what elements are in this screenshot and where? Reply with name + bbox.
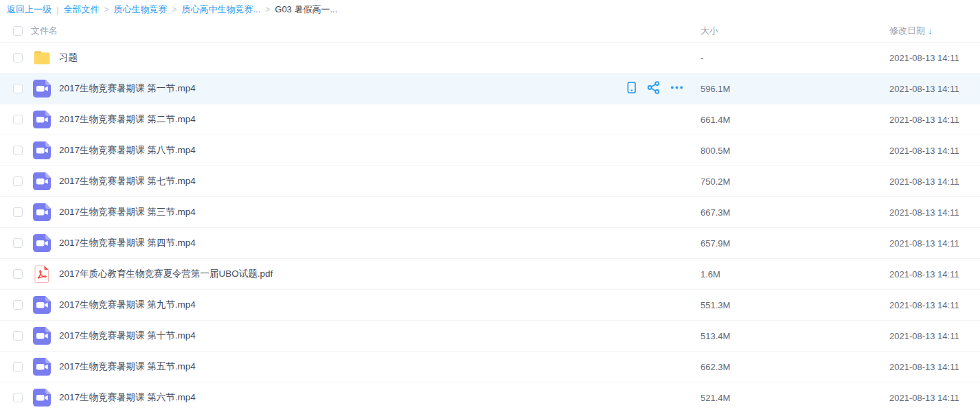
video-file-icon — [33, 296, 51, 314]
file-modified-date: 2021-08-13 14:11 — [889, 176, 980, 187]
table-row[interactable]: 2017生物竞赛暑期课 第十节.mp4513.4M2021-08-13 14:1… — [0, 321, 980, 352]
file-modified-date: 2021-08-13 14:11 — [889, 269, 980, 279]
file-modified-date: 2021-08-13 14:11 — [889, 393, 980, 403]
row-checkbox[interactable] — [13, 115, 23, 124]
breadcrumb-chevron: > — [265, 5, 270, 14]
table-row[interactable]: 2017生物竞赛暑期课 第四节.mp4657.9M2021-08-13 14:1… — [0, 228, 980, 259]
video-file-icon — [33, 80, 51, 98]
video-file-icon — [33, 234, 51, 252]
video-file-icon — [33, 111, 51, 128]
file-name-link[interactable]: 2017生物竞赛暑期课 第九节.mp4 — [59, 299, 618, 311]
breadcrumb-link-all-files[interactable]: 全部文件 — [63, 3, 99, 16]
file-size: 750.2M — [700, 176, 889, 187]
breadcrumb-current-folder: G03 暑假高一... — [275, 3, 337, 16]
file-size: - — [700, 53, 889, 63]
file-name-link[interactable]: 2017生物竞赛暑期课 第二节.mp4 — [59, 113, 618, 126]
send-to-device-icon[interactable] — [626, 80, 637, 97]
file-name-link[interactable]: 2017生物竞赛暑期课 第四节.mp4 — [59, 237, 618, 249]
row-checkbox[interactable] — [13, 146, 23, 155]
breadcrumb-link-folder-2[interactable]: 质心高中生物竞赛... — [181, 3, 260, 16]
row-checkbox[interactable] — [13, 84, 23, 93]
row-hover-actions — [618, 80, 700, 97]
folder-icon — [33, 49, 51, 67]
breadcrumb-link-folder-1[interactable]: 质心生物竞赛 — [113, 3, 167, 16]
folder-name-link[interactable]: 习题 — [59, 52, 618, 64]
column-header-filename[interactable]: 文件名 — [31, 25, 700, 37]
sort-descending-icon[interactable]: ↓ — [928, 25, 933, 36]
file-size: 667.3M — [700, 207, 889, 218]
select-all-checkbox[interactable] — [13, 26, 23, 36]
more-icon[interactable] — [670, 80, 684, 97]
file-modified-date: 2021-08-13 14:11 — [889, 362, 980, 372]
file-size: 657.9M — [700, 238, 889, 249]
breadcrumb-chevron: > — [104, 5, 109, 14]
file-name-link[interactable]: 2017生物竞赛暑期课 第八节.mp4 — [59, 144, 618, 157]
file-name-link[interactable]: 2017生物竞赛暑期课 第三节.mp4 — [59, 206, 618, 218]
video-file-icon — [33, 203, 51, 221]
file-size: 521.4M — [700, 393, 889, 403]
file-size: 513.4M — [700, 331, 889, 341]
file-size: 800.5M — [700, 146, 889, 156]
file-size: 551.3M — [700, 300, 889, 310]
row-checkbox[interactable] — [13, 238, 23, 248]
table-row[interactable]: 2017生物竞赛暑期课 第九节.mp4551.3M2021-08-13 14:1… — [0, 290, 980, 321]
row-checkbox[interactable] — [13, 331, 23, 341]
file-list: 习题-2021-08-13 14:11 2017生物竞赛暑期课 第一节.mp4 … — [0, 43, 980, 412]
table-row[interactable]: 2017生物竞赛暑期课 第六节.mp4521.4M2021-08-13 14:1… — [0, 382, 980, 412]
table-row[interactable]: 2017生物竞赛暑期课 第七节.mp4750.2M2021-08-13 14:1… — [0, 166, 980, 197]
column-header-size[interactable]: 大小 — [700, 25, 889, 37]
table-row[interactable]: 2017生物竞赛暑期课 第八节.mp4800.5M2021-08-13 14:1… — [0, 135, 980, 166]
file-name-link[interactable]: 2017生物竞赛暑期课 第六节.mp4 — [59, 391, 618, 404]
row-checkbox[interactable] — [13, 176, 23, 186]
breadcrumb-chevron: > — [172, 5, 176, 14]
breadcrumb-pipe-separator: | — [56, 5, 58, 15]
file-modified-date: 2021-08-13 14:11 — [889, 300, 980, 310]
file-name-link[interactable]: 2017生物竞赛暑期课 第十节.mp4 — [59, 330, 618, 342]
file-size: 661.4M — [700, 115, 889, 125]
file-modified-date: 2021-08-13 14:11 — [889, 53, 980, 63]
share-icon[interactable] — [646, 80, 661, 97]
pdf-file-icon — [33, 265, 51, 283]
file-size: 596.1M — [700, 84, 889, 94]
row-checkbox[interactable] — [13, 207, 23, 217]
file-name-link[interactable]: 2017生物竞赛暑期课 第一节.mp4 — [59, 82, 618, 95]
video-file-icon — [33, 327, 51, 345]
file-size: 1.6M — [700, 269, 889, 279]
file-name-link[interactable]: 2017年质心教育生物竞赛夏令营第一届UBO试题.pdf — [59, 268, 618, 280]
breadcrumb-back-link[interactable]: 返回上一级 — [7, 3, 52, 16]
row-checkbox[interactable] — [13, 53, 23, 62]
row-checkbox[interactable] — [13, 300, 23, 310]
video-file-icon — [33, 389, 51, 407]
table-row[interactable]: 2017生物竞赛暑期课 第二节.mp4661.4M2021-08-13 14:1… — [0, 104, 980, 135]
video-file-icon — [33, 358, 51, 376]
breadcrumb: 返回上一级 | 全部文件 > 质心生物竞赛 > 质心高中生物竞赛... > G0… — [0, 0, 980, 19]
row-checkbox[interactable] — [13, 269, 23, 279]
file-name-link[interactable]: 2017生物竞赛暑期课 第五节.mp4 — [59, 360, 618, 373]
row-checkbox[interactable] — [13, 362, 23, 371]
table-row[interactable]: 2017生物竞赛暑期课 第五节.mp4662.3M2021-08-13 14:1… — [0, 352, 980, 382]
file-modified-date: 2021-08-13 14:11 — [889, 238, 980, 249]
file-modified-date: 2021-08-13 14:11 — [889, 84, 980, 94]
file-modified-date: 2021-08-13 14:11 — [889, 146, 980, 156]
table-row[interactable]: 习题-2021-08-13 14:11 — [0, 43, 980, 73]
file-modified-date: 2021-08-13 14:11 — [889, 115, 980, 125]
table-row[interactable]: 2017生物竞赛暑期课 第一节.mp4 596.1M2021-08-13 14:… — [0, 73, 980, 104]
column-header-modified-label: 修改日期 — [889, 25, 925, 37]
row-checkbox[interactable] — [13, 393, 23, 402]
table-row[interactable]: 2017生物竞赛暑期课 第三节.mp4667.3M2021-08-13 14:1… — [0, 197, 980, 228]
column-header-modified[interactable]: 修改日期 ↓ — [889, 25, 980, 37]
file-modified-date: 2021-08-13 14:11 — [889, 331, 980, 341]
table-header: 文件名 大小 修改日期 ↓ — [0, 19, 980, 43]
file-size: 662.3M — [700, 362, 889, 372]
file-modified-date: 2021-08-13 14:11 — [889, 207, 980, 218]
file-name-link[interactable]: 2017生物竞赛暑期课 第七节.mp4 — [59, 175, 618, 187]
video-file-icon — [33, 141, 51, 159]
table-row[interactable]: 2017年质心教育生物竞赛夏令营第一届UBO试题.pdf1.6M2021-08-… — [0, 259, 980, 290]
video-file-icon — [33, 172, 51, 190]
